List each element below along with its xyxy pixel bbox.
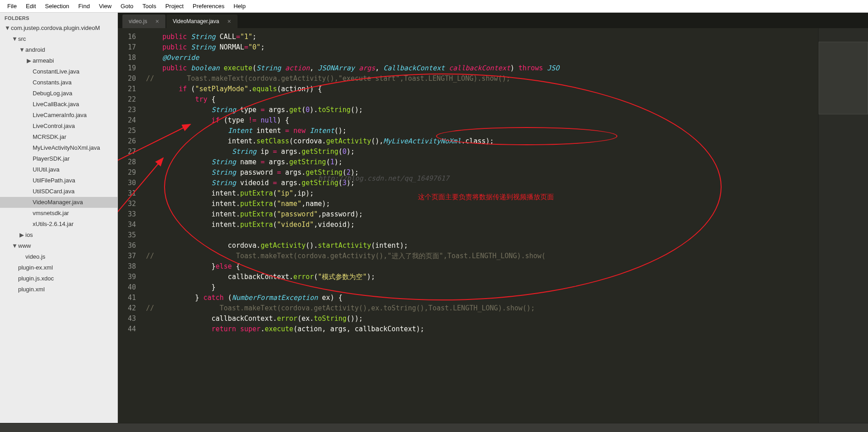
tree-label: LiveCallBack.java <box>33 101 79 108</box>
chevron-down-icon[interactable]: ▼ <box>19 45 24 54</box>
tree-label: PlayerSDK.jar <box>33 155 70 162</box>
tree-item[interactable]: ▶armeabi <box>0 55 117 66</box>
tree-label: www <box>18 242 31 249</box>
tree-label: com.justep.cordova.plugin.videoM <box>11 25 100 31</box>
sidebar-header: FOLDERS <box>0 13 117 23</box>
tree-label: android <box>25 46 45 53</box>
tree-label: armeabi <box>33 57 54 64</box>
tree-item[interactable]: ▼com.justep.cordova.plugin.videoM <box>0 23 117 34</box>
folder-tree: ▼com.justep.cordova.plugin.videoM▼src▼an… <box>0 23 117 295</box>
menu-view[interactable]: View <box>94 1 116 11</box>
menu-find[interactable]: Find <box>74 1 94 11</box>
tab-label: video.js <box>129 18 147 25</box>
tree-label: LiveCameraInfo.java <box>33 112 87 118</box>
tree-item[interactable]: MCRSDK.jar <box>0 132 117 142</box>
tree-item[interactable]: plugin.js.xdoc <box>0 273 117 284</box>
main-area: FOLDERS ▼com.justep.cordova.plugin.video… <box>0 13 868 423</box>
menu-project[interactable]: Project <box>161 1 188 11</box>
chevron-down-icon[interactable]: ▼ <box>12 241 17 250</box>
tree-label: vmsnetsdk.jar <box>33 210 69 216</box>
tree-label: UtilSDCard.java <box>33 188 74 195</box>
tree-item[interactable]: ConstantLive.java <box>0 66 117 77</box>
tree-item[interactable]: UtilSDCard.java <box>0 186 117 197</box>
tree-item[interactable]: ▼www <box>0 241 117 251</box>
watermark: http://blog.csdn.net/qq_16497617 <box>318 173 449 184</box>
chevron-down-icon[interactable]: ▼ <box>12 34 17 44</box>
tree-item[interactable]: xUtils-2.6.14.jar <box>0 219 117 230</box>
menu-bar: FileEditSelectionFindViewGotoToolsProjec… <box>0 0 868 13</box>
chevron-right-icon[interactable]: ▶ <box>26 56 32 65</box>
tree-label: plugin.js.xdoc <box>18 275 54 282</box>
tree-item[interactable]: ▼src <box>0 34 117 44</box>
minimap-viewport[interactable] <box>819 42 868 114</box>
tree-label: ios <box>25 231 33 238</box>
tree-item[interactable]: MyLiveActivityNoXml.java <box>0 142 117 153</box>
tree-item[interactable]: ▶ios <box>0 230 117 241</box>
minimap[interactable] <box>818 28 868 423</box>
menu-goto[interactable]: Goto <box>116 1 138 11</box>
menu-preferences[interactable]: Preferences <box>188 1 229 11</box>
tree-label: MCRSDK.jar <box>33 133 66 140</box>
tab[interactable]: VideoManager.java× <box>166 15 238 28</box>
tree-item[interactable]: video.js <box>0 251 117 262</box>
tree-item[interactable]: DebugLog.java <box>0 88 117 99</box>
tree-label: src <box>18 35 26 42</box>
menu-file[interactable]: File <box>3 1 21 11</box>
tree-item[interactable]: UIUtil.java <box>0 164 117 175</box>
tree-label: MyLiveActivityNoXml.java <box>33 144 100 151</box>
tab[interactable]: video.js× <box>122 15 165 28</box>
menu-help[interactable]: Help <box>229 1 250 11</box>
tree-item[interactable]: LiveControl.java <box>0 121 117 132</box>
sidebar: FOLDERS ▼com.justep.cordova.plugin.video… <box>0 13 118 423</box>
code-editor[interactable]: public String CALL="1"; public String NO… <box>141 28 818 423</box>
tree-item[interactable]: LiveCameraInfo.java <box>0 110 117 121</box>
tree-label: LiveControl.java <box>33 123 75 129</box>
tree-label: xUtils-2.6.14.jar <box>33 221 73 227</box>
tree-item[interactable]: VideoManager.java <box>0 197 117 208</box>
tree-item[interactable]: plugin-ex.xml <box>0 262 117 273</box>
tree-item[interactable]: plugin.xml <box>0 284 117 295</box>
code-wrap: 16 17 18 19 20 21 22 23 24 25 26 27 28 2… <box>118 28 868 423</box>
chevron-down-icon[interactable]: ▼ <box>5 24 10 33</box>
tree-label: plugin.xml <box>18 286 45 293</box>
menu-edit[interactable]: Edit <box>21 1 40 11</box>
tree-label: video.js <box>25 253 45 260</box>
tree-label: plugin-ex.xml <box>18 264 53 271</box>
tree-label: UIUtil.java <box>33 166 59 173</box>
tree-label: UtilFilePath.java <box>33 177 75 184</box>
tree-label: ConstantLive.java <box>33 68 79 75</box>
line-gutter: 16 17 18 19 20 21 22 23 24 25 26 27 28 2… <box>118 28 141 423</box>
tree-item[interactable]: PlayerSDK.jar <box>0 153 117 164</box>
tree-label: Constants.java <box>33 79 72 86</box>
tree-item[interactable]: LiveCallBack.java <box>0 99 117 110</box>
tree-label: DebugLog.java <box>33 90 72 97</box>
menu-selection[interactable]: Selection <box>40 1 73 11</box>
editor-area: video.js×VideoManager.java× 16 17 18 19 … <box>118 13 868 423</box>
close-icon[interactable]: × <box>227 18 231 25</box>
close-icon[interactable]: × <box>155 18 159 25</box>
horizontal-scrollbar[interactable] <box>0 423 868 432</box>
tree-label: VideoManager.java <box>33 199 83 206</box>
tree-item[interactable]: vmsnetsdk.jar <box>0 208 117 219</box>
tree-item[interactable]: ▼android <box>0 44 117 55</box>
tree-item[interactable]: Constants.java <box>0 77 117 88</box>
tab-bar: video.js×VideoManager.java× <box>118 13 868 28</box>
chevron-right-icon[interactable]: ▶ <box>19 231 24 240</box>
menu-tools[interactable]: Tools <box>138 1 160 11</box>
tree-item[interactable]: UtilFilePath.java <box>0 175 117 186</box>
tab-label: VideoManager.java <box>173 18 219 25</box>
code-content[interactable]: public String CALL="1"; public String NO… <box>146 32 818 334</box>
